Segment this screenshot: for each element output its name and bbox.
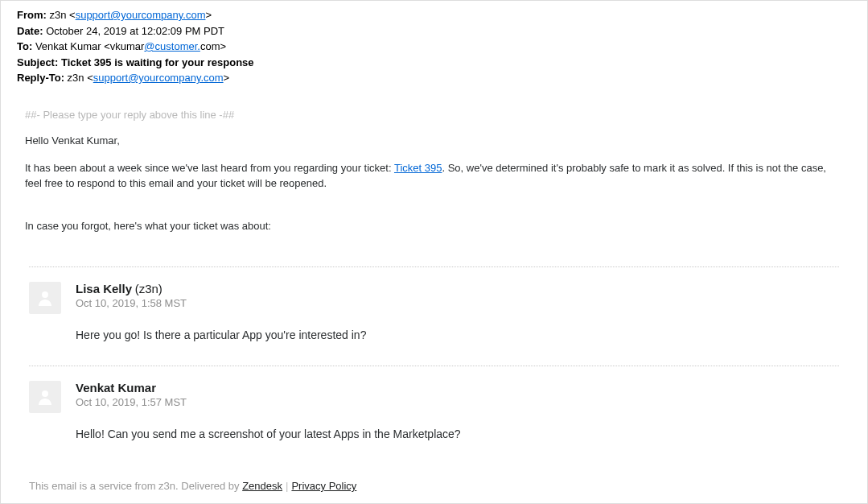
email-body: Hello Venkat Kumar, It has been about a … bbox=[25, 134, 843, 234]
ticket-link[interactable]: Ticket 395 bbox=[394, 162, 442, 174]
greeting: Hello Venkat Kumar, bbox=[25, 134, 843, 149]
body-paragraph-2: In case you forgot, here's what your tic… bbox=[25, 219, 843, 234]
message-header: Lisa Kelly (z3n) bbox=[76, 282, 366, 295]
header-date: Date: October 24, 2019 at 12:02:09 PM PD… bbox=[17, 23, 851, 39]
date-value: October 24, 2019 at 12:02:09 PM PDT bbox=[46, 25, 224, 37]
zendesk-link[interactable]: Zendesk bbox=[242, 480, 282, 492]
from-name: z3n <support@yourcompany.com> bbox=[49, 9, 212, 21]
message-text: Hello! Can you send me a screenshot of y… bbox=[76, 428, 461, 440]
separator: | bbox=[286, 480, 288, 492]
message-text: Here you go! Is there a particular App y… bbox=[76, 328, 366, 341]
message-timestamp: Oct 10, 2019, 1:57 MST bbox=[76, 396, 461, 408]
to-email-link[interactable]: @customer. bbox=[144, 40, 200, 52]
message-org: (z3n) bbox=[135, 282, 162, 295]
footer-text: This email is a service from z3n. Delive… bbox=[29, 480, 242, 492]
email-headers: From: z3n <support@yourcompany.com> Date… bbox=[17, 7, 851, 86]
message-timestamp: Oct 10, 2019, 1:58 MST bbox=[76, 297, 366, 309]
avatar bbox=[29, 381, 61, 413]
header-subject: Subject: Ticket 395 is waiting for your … bbox=[17, 55, 851, 71]
body-paragraph-1: It has been about a week since we've las… bbox=[25, 161, 843, 192]
message-item: Lisa Kelly (z3n) Oct 10, 2019, 1:58 MST … bbox=[29, 267, 839, 366]
reply-to-value: z3n <support@yourcompany.com> bbox=[68, 72, 230, 84]
message-content: Venkat Kumar Oct 10, 2019, 1:57 MST Hell… bbox=[76, 381, 461, 440]
person-icon bbox=[35, 387, 55, 407]
subject-value: Ticket 395 is waiting for your response bbox=[61, 56, 254, 68]
date-label: Date: bbox=[17, 25, 43, 37]
person-icon bbox=[35, 288, 55, 308]
to-value: Venkat Kumar <vkumar@customer.com> bbox=[35, 40, 226, 52]
from-label: From: bbox=[17, 9, 47, 21]
subject-label: Subject: bbox=[17, 56, 58, 68]
svg-point-0 bbox=[42, 291, 48, 298]
privacy-link[interactable]: Privacy Policy bbox=[291, 480, 356, 492]
header-reply-to: Reply-To: z3n <support@yourcompany.com> bbox=[17, 70, 851, 86]
header-from: From: z3n <support@yourcompany.com> bbox=[17, 7, 851, 23]
reply-hint: ##- Please type your reply above this li… bbox=[25, 109, 851, 121]
avatar bbox=[29, 282, 61, 314]
header-to: To: Venkat Kumar <vkumar@customer.com> bbox=[17, 39, 851, 55]
message-item: Venkat Kumar Oct 10, 2019, 1:57 MST Hell… bbox=[29, 366, 839, 465]
reply-to-email-link[interactable]: support@yourcompany.com bbox=[93, 72, 224, 84]
email-container: From: z3n <support@yourcompany.com> Date… bbox=[0, 0, 868, 504]
message-thread: Lisa Kelly (z3n) Oct 10, 2019, 1:58 MST … bbox=[29, 266, 839, 465]
reply-to-label: Reply-To: bbox=[17, 72, 64, 84]
email-footer: This email is a service from z3n. Delive… bbox=[29, 480, 356, 492]
message-content: Lisa Kelly (z3n) Oct 10, 2019, 1:58 MST … bbox=[76, 282, 366, 341]
to-label: To: bbox=[17, 40, 32, 52]
svg-point-1 bbox=[42, 390, 48, 397]
message-author: Venkat Kumar bbox=[76, 381, 156, 395]
from-email-link[interactable]: support@yourcompany.com bbox=[76, 9, 206, 21]
message-author: Lisa Kelly bbox=[76, 282, 132, 295]
message-header: Venkat Kumar bbox=[76, 381, 461, 395]
